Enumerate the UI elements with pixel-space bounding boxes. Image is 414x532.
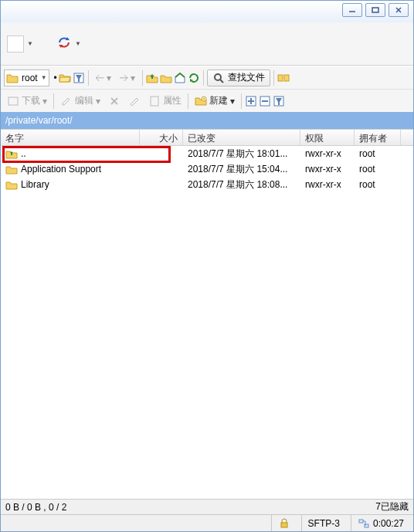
protocol-label: SFTP-3 <box>308 518 340 529</box>
rename-button[interactable] <box>125 93 144 109</box>
address-text: root <box>19 73 41 83</box>
status-right: 7已隐藏 <box>375 500 409 513</box>
find-files-label: 查找文件 <box>228 71 265 84</box>
svg-rect-10 <box>278 75 283 81</box>
svg-line-9 <box>220 80 223 83</box>
svg-rect-12 <box>8 97 18 105</box>
filter-box-icon[interactable] <box>273 95 285 107</box>
file-perm: rwxr-xr-x <box>300 148 355 159</box>
connection-icon <box>358 517 370 530</box>
file-name: Application Support <box>21 164 101 175</box>
delete-button[interactable] <box>105 93 124 109</box>
lock-icon <box>278 517 290 530</box>
plus-box-icon[interactable] <box>245 95 257 107</box>
address-combo[interactable]: root ▼ <box>4 69 49 86</box>
maximize-button[interactable] <box>365 3 385 17</box>
file-name: Library <box>21 179 49 190</box>
file-modified: 2018/7/7 星期六 18:08... <box>183 178 300 191</box>
properties-button[interactable]: 属性 <box>145 93 185 109</box>
search-icon <box>212 72 225 84</box>
edit-button[interactable]: 编辑 ▾ <box>57 93 104 109</box>
home-icon[interactable] <box>174 72 186 84</box>
path-bar: /private/var/root/ <box>1 112 413 129</box>
svg-rect-1 <box>372 8 378 12</box>
folder-icon <box>5 164 18 175</box>
file-name: .. <box>21 148 26 159</box>
svg-rect-11 <box>284 75 289 81</box>
session-dropdown[interactable]: ▼ <box>7 36 33 53</box>
minimize-button[interactable] <box>342 3 362 17</box>
forward-button[interactable]: 🡢 ▾ <box>116 71 138 85</box>
svg-rect-25 <box>281 523 287 527</box>
file-owner: root <box>355 164 401 175</box>
col-size[interactable]: 大小 <box>140 130 183 145</box>
list-item[interactable]: ..2018/7/7 星期六 18:01...rwxr-xr-xroot <box>1 146 413 161</box>
properties-icon <box>148 95 161 107</box>
edit-icon <box>60 95 73 107</box>
col-perm[interactable]: 权限 <box>300 130 355 145</box>
svg-rect-15 <box>151 97 158 106</box>
open-folder-icon[interactable] <box>59 72 71 84</box>
root-folder-icon[interactable] <box>160 72 172 84</box>
download-button[interactable]: 下载 ▾ <box>4 93 50 109</box>
col-name[interactable]: 名字 <box>1 130 140 145</box>
folder-icon <box>6 73 19 83</box>
delete-icon <box>108 95 120 107</box>
close-button[interactable] <box>389 3 409 17</box>
file-list[interactable]: ..2018/7/7 星期六 18:01...rwxr-xr-xrootAppl… <box>1 146 413 499</box>
find-files-button[interactable]: 查找文件 <box>207 69 270 86</box>
path-text: /private/var/root/ <box>5 115 73 126</box>
filter-icon[interactable] <box>73 72 85 84</box>
folder-icon <box>5 179 18 190</box>
back-button[interactable]: 🡠 ▾ <box>92 71 114 85</box>
reload-icon[interactable] <box>188 72 200 84</box>
file-modified: 2018/7/7 星期六 15:04... <box>183 163 300 176</box>
file-owner: root <box>355 179 401 190</box>
new-folder-icon <box>195 95 207 107</box>
time-label: 0:00:27 <box>373 518 404 529</box>
list-item[interactable]: Application Support2018/7/7 星期六 15:04...… <box>1 161 413 177</box>
file-perm: rwxr-xr-x <box>300 179 355 190</box>
svg-rect-26 <box>359 520 363 523</box>
status-left: 0 B / 0 B , 0 / 2 <box>5 502 66 513</box>
minus-box-icon[interactable] <box>259 95 271 107</box>
file-owner: root <box>355 148 401 159</box>
column-headers[interactable]: 名字 大小 已改变 权限 拥有者 <box>1 129 413 146</box>
refresh-icon <box>56 35 72 53</box>
file-modified: 2018/7/7 星期六 18:01... <box>183 147 300 161</box>
list-item[interactable]: Library2018/7/7 星期六 18:08...rwxr-xr-xroo… <box>1 177 413 192</box>
download-icon <box>7 95 19 107</box>
svg-point-8 <box>215 74 221 80</box>
sync-icon[interactable] <box>277 72 290 84</box>
file-perm: rwxr-xr-x <box>300 164 355 175</box>
rename-icon <box>128 95 141 107</box>
col-owner[interactable]: 拥有者 <box>355 130 401 145</box>
new-button[interactable]: 新建 ▾ <box>192 93 238 109</box>
folder-up-icon <box>5 148 18 159</box>
refresh-dropdown[interactable]: ▼ <box>56 35 81 53</box>
parent-folder-icon[interactable] <box>146 72 158 84</box>
col-modified[interactable]: 已改变 <box>183 130 300 145</box>
